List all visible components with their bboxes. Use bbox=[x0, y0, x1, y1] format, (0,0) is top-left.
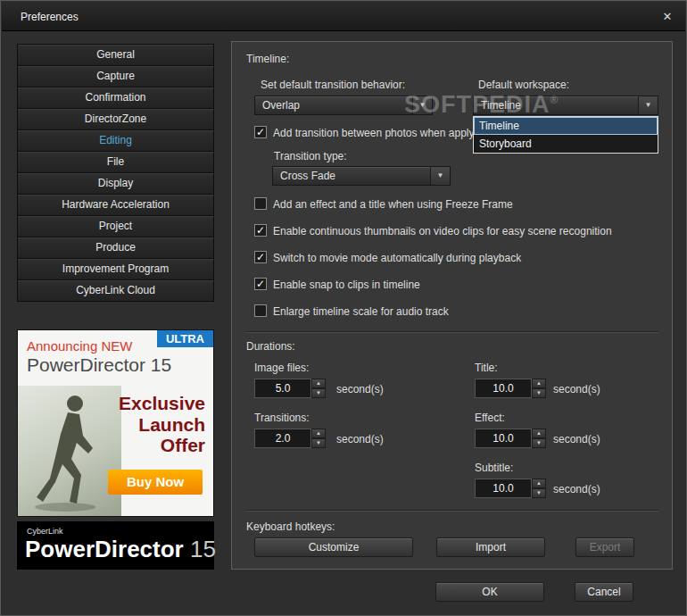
snap-to-clips-label: Enable snap to clips in timeline bbox=[273, 279, 420, 291]
arrow-down-icon[interactable]: ▼ bbox=[311, 388, 326, 398]
subtitle-duration-value[interactable]: 10.0 bbox=[475, 479, 532, 498]
timeline-section-heading: Timeline: bbox=[246, 53, 289, 65]
buy-now-button[interactable]: Buy Now bbox=[108, 470, 203, 495]
promo-banner: ULTRA Announcing NEW PowerDirector 15 Ex… bbox=[17, 329, 214, 517]
transition-type-label: Transition type: bbox=[274, 150, 347, 162]
effect-duration-stepper: 10.0 ▲ ▼ bbox=[475, 429, 546, 448]
sidebar-item-confirmation[interactable]: Confirmation bbox=[17, 87, 214, 109]
transition-behavior-label: Set default transition behavior: bbox=[261, 79, 405, 91]
continuous-thumbnails-checkbox[interactable]: ✓ bbox=[254, 224, 267, 237]
sidebar-item-general[interactable]: General bbox=[17, 44, 214, 66]
image-files-stepper: 5.0 ▲ ▼ bbox=[254, 379, 326, 398]
product-version: 15 bbox=[190, 536, 216, 562]
ad-announcing-text: Announcing NEW bbox=[27, 338, 132, 354]
preferences-dialog: Preferences ✕ General Capture Confirmati… bbox=[0, 0, 687, 616]
editing-settings-panel: Timeline: Set default transition behavio… bbox=[231, 41, 673, 570]
subtitle-duration-unit: second(s) bbox=[553, 483, 600, 495]
chevron-down-icon: ▼ bbox=[412, 96, 432, 114]
sidebar-item-display[interactable]: Display bbox=[17, 172, 214, 195]
subtitle-duration-label: Subtitle: bbox=[475, 462, 513, 474]
title-duration-value[interactable]: 10.0 bbox=[475, 379, 532, 398]
ad-product-name: PowerDirector 15 bbox=[27, 354, 171, 376]
arrow-down-icon[interactable]: ▼ bbox=[532, 488, 546, 498]
sidebar-item-produce[interactable]: Produce bbox=[17, 237, 214, 259]
hotkeys-section-heading: Keyboard hotkeys: bbox=[246, 520, 335, 533]
movie-mode-checkbox[interactable]: ✓ bbox=[254, 251, 267, 263]
chevron-down-icon: ▼ bbox=[430, 167, 450, 185]
workspace-option-storyboard[interactable]: Storyboard bbox=[474, 135, 658, 153]
effect-duration-value[interactable]: 10.0 bbox=[475, 429, 532, 448]
transitions-duration-stepper: 2.0 ▲ ▼ bbox=[254, 429, 326, 448]
enlarge-timeline-checkbox[interactable] bbox=[254, 304, 267, 317]
sidebar-item-project[interactable]: Project bbox=[17, 215, 214, 237]
customize-button[interactable]: Customize bbox=[254, 537, 413, 557]
image-files-label: Image files: bbox=[254, 362, 309, 374]
sidebar-item-cyberlink-cloud[interactable]: CyberLink Cloud bbox=[17, 279, 214, 302]
arrow-up-icon[interactable]: ▲ bbox=[311, 429, 326, 438]
title-duration-unit: second(s) bbox=[553, 383, 600, 395]
workspace-option-timeline[interactable]: Timeline bbox=[474, 117, 658, 135]
snap-to-clips-checkbox[interactable]: ✓ bbox=[254, 278, 267, 290]
title-duration-stepper: 10.0 ▲ ▼ bbox=[475, 379, 546, 398]
chevron-down-icon: ▼ bbox=[638, 96, 658, 114]
arrow-up-icon[interactable]: ▲ bbox=[532, 479, 546, 488]
effect-duration-unit: second(s) bbox=[553, 433, 600, 445]
transition-type-dropdown[interactable]: Cross Fade ▼ bbox=[272, 166, 451, 186]
ok-button[interactable]: OK bbox=[435, 582, 544, 602]
continuous-thumbnails-label: Enable continuous thumbnails on video cl… bbox=[273, 225, 612, 237]
arrow-down-icon[interactable]: ▼ bbox=[532, 388, 546, 398]
arrow-down-icon[interactable]: ▼ bbox=[532, 438, 546, 448]
freeze-frame-label: Add an effect and a title when using Fre… bbox=[273, 198, 513, 211]
ad-ultra-badge: ULTRA bbox=[157, 330, 213, 347]
sidebar-item-hardware-acceleration[interactable]: Hardware Acceleration bbox=[17, 194, 214, 216]
ad-offer-text: Exclusive Launch Offer bbox=[119, 393, 205, 456]
transition-behavior-dropdown[interactable]: Overlap ▼ bbox=[254, 96, 433, 115]
sidebar-item-improvement-program[interactable]: Improvement Program bbox=[17, 258, 214, 280]
image-files-value[interactable]: 5.0 bbox=[254, 379, 311, 398]
sidebar-item-editing[interactable]: Editing bbox=[17, 129, 214, 152]
title-bar: Preferences ✕ bbox=[2, 2, 685, 31]
image-files-unit: second(s) bbox=[336, 383, 384, 395]
dialog-title: Preferences bbox=[21, 11, 79, 23]
close-icon[interactable]: ✕ bbox=[659, 9, 675, 25]
workspace-dropdown[interactable]: Timeline ▼ bbox=[473, 96, 658, 115]
cyberlink-brand: CyberLink bbox=[27, 527, 63, 536]
sidebar-item-directorzone[interactable]: DirectorZone bbox=[17, 108, 214, 130]
durations-section-heading: Durations: bbox=[246, 340, 295, 353]
category-sidebar: General Capture Confirmation DirectorZon… bbox=[17, 44, 214, 302]
section-divider bbox=[246, 331, 658, 333]
enlarge-timeline-label: Enlarge timeline scale for audio track bbox=[273, 305, 449, 318]
section-divider bbox=[246, 510, 658, 512]
export-button[interactable]: Export bbox=[575, 537, 634, 557]
transitions-duration-unit: second(s) bbox=[336, 433, 384, 445]
arrow-up-icon[interactable]: ▲ bbox=[532, 429, 546, 438]
arrow-down-icon[interactable]: ▼ bbox=[311, 438, 326, 448]
powerdirector-logo: CyberLink PowerDirector 15 bbox=[17, 521, 214, 570]
subtitle-duration-stepper: 10.0 ▲ ▼ bbox=[475, 479, 546, 498]
effect-duration-label: Effect: bbox=[475, 412, 505, 424]
import-button[interactable]: Import bbox=[436, 537, 545, 557]
movie-mode-label: Switch to movie mode automatically durin… bbox=[273, 252, 521, 264]
add-transition-checkbox[interactable]: ✓ bbox=[254, 126, 267, 138]
transitions-duration-label: Transitions: bbox=[254, 412, 310, 424]
title-duration-label: Title: bbox=[475, 362, 498, 374]
transitions-duration-value[interactable]: 2.0 bbox=[254, 429, 311, 448]
sidebar-item-capture[interactable]: Capture bbox=[17, 65, 214, 87]
freeze-frame-checkbox[interactable] bbox=[254, 197, 267, 210]
sidebar-item-file[interactable]: File bbox=[17, 151, 214, 173]
add-transition-label: Add transition between photos when apply bbox=[273, 127, 475, 139]
product-logo-text: PowerDirector 15 bbox=[25, 536, 216, 563]
runner-photo bbox=[18, 386, 121, 517]
workspace-label: Default workspace: bbox=[478, 79, 569, 91]
workspace-dropdown-list: Timeline Storyboard bbox=[473, 116, 658, 154]
arrow-up-icon[interactable]: ▲ bbox=[311, 379, 326, 388]
cancel-button[interactable]: Cancel bbox=[575, 582, 633, 602]
arrow-up-icon[interactable]: ▲ bbox=[532, 379, 546, 388]
